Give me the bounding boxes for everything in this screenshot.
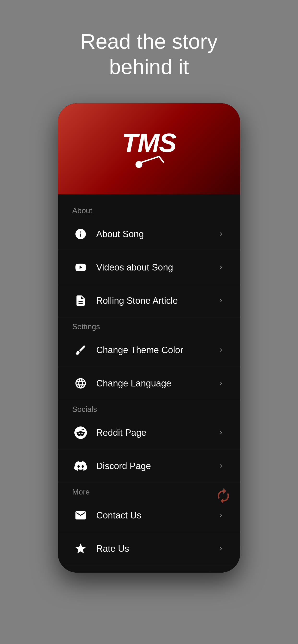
discord-page-label: Discord Page — [96, 461, 216, 471]
article-icon — [72, 292, 89, 309]
logo-decoration-icon — [130, 154, 168, 168]
phone-mockup: TMS About About Song — [58, 103, 240, 572]
chevron-right-icon — [216, 510, 226, 520]
star-icon — [72, 540, 89, 557]
svg-line-1 — [142, 156, 159, 162]
reddit-icon — [72, 424, 89, 441]
menu-item-rate-us[interactable]: Rate Us — [58, 532, 240, 566]
menu-item-reddit-page[interactable]: Reddit Page — [58, 416, 240, 450]
reddit-page-label: Reddit Page — [96, 428, 216, 438]
app-header: TMS — [58, 103, 240, 194]
section-label-socials: Socials — [58, 400, 240, 416]
paint-icon — [72, 342, 89, 358]
menu-item-discord-page[interactable]: Discord Page — [58, 450, 240, 483]
info-icon — [72, 226, 89, 242]
chevron-right-icon — [216, 229, 226, 239]
section-label-more: More — [58, 483, 240, 499]
chevron-right-icon — [216, 378, 226, 388]
menu-item-contact-us[interactable]: Contact Us — [58, 499, 240, 532]
discord-icon — [72, 458, 89, 474]
phone-screen: TMS About About Song — [58, 103, 240, 572]
change-theme-color-label: Change Theme Color — [96, 345, 216, 355]
chevron-right-icon — [216, 461, 226, 471]
menu-item-videos-about-song[interactable]: Videos about Song — [58, 251, 240, 284]
menu-item-change-theme-color[interactable]: Change Theme Color — [58, 334, 240, 367]
menu-item-rolling-stone-article[interactable]: Rolling Stone Article — [58, 284, 240, 318]
logo-text: TMS — [122, 130, 176, 156]
chevron-right-icon — [216, 428, 226, 438]
rolling-stone-article-label: Rolling Stone Article — [96, 296, 216, 306]
refresh-icon — [215, 488, 232, 504]
change-language-label: Change Language — [96, 378, 216, 388]
menu-item-about-song[interactable]: About Song — [58, 218, 240, 251]
section-label-settings: Settings — [58, 318, 240, 334]
chevron-right-icon — [216, 262, 226, 272]
chevron-right-icon — [216, 345, 226, 355]
section-label-about: About — [58, 202, 240, 218]
videos-about-song-label: Videos about Song — [96, 262, 216, 273]
svg-line-2 — [159, 156, 163, 162]
about-song-label: About Song — [96, 229, 216, 239]
rate-us-label: Rate Us — [96, 544, 216, 554]
hero-text: Read the story behind it — [65, 29, 233, 79]
youtube-icon — [72, 259, 89, 276]
chevron-right-icon — [216, 544, 226, 554]
menu-content: About About Song Videos about Song — [58, 194, 240, 572]
app-logo: TMS — [122, 130, 176, 168]
menu-item-change-language[interactable]: Change Language — [58, 367, 240, 400]
chevron-right-icon — [216, 296, 226, 306]
language-icon — [72, 375, 89, 392]
email-icon — [72, 507, 89, 524]
floating-refresh-icon[interactable] — [214, 486, 233, 506]
contact-us-label: Contact Us — [96, 510, 216, 520]
logo-subtitle — [130, 154, 168, 168]
